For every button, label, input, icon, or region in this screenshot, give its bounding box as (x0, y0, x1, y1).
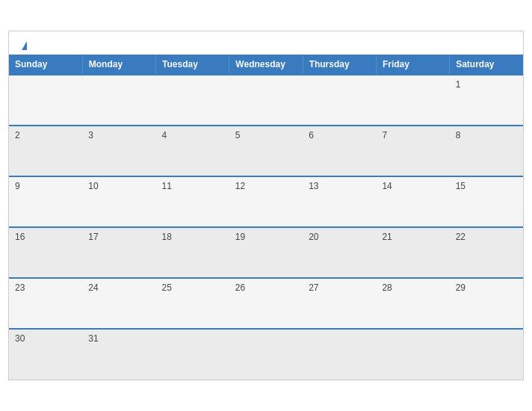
calendar-day-cell: 14 (376, 176, 449, 227)
calendar-day-cell: 16 (9, 227, 82, 278)
calendar-day-cell: 24 (82, 278, 155, 329)
day-number: 28 (382, 282, 392, 293)
day-number: 8 (456, 130, 461, 140)
day-header-sunday: Sunday (9, 55, 82, 75)
day-header-saturday: Saturday (450, 55, 523, 75)
day-number: 30 (15, 333, 25, 344)
calendar-day-cell: 19 (229, 227, 303, 278)
calendar-day-cell: 5 (229, 126, 303, 176)
day-header-wednesday: Wednesday (229, 55, 303, 75)
day-header-friday: Friday (376, 55, 449, 75)
calendar-day-cell (156, 329, 229, 380)
calendar-container: SundayMondayTuesdayWednesdayThursdayFrid… (8, 31, 524, 380)
day-number: 5 (235, 130, 241, 140)
calendar-day-cell: 11 (156, 176, 229, 227)
day-number: 24 (88, 282, 98, 293)
calendar-week-row: 23242526272829 (9, 278, 523, 329)
calendar-day-cell (82, 75, 155, 126)
day-number: 29 (456, 282, 466, 293)
day-number: 31 (88, 333, 98, 344)
calendar-day-cell: 6 (303, 126, 376, 176)
calendar-day-cell: 17 (82, 227, 155, 278)
day-number: 22 (456, 232, 466, 242)
day-header-monday: Monday (82, 55, 155, 75)
calendar-day-cell: 2 (9, 126, 82, 176)
calendar-day-cell (9, 75, 82, 126)
calendar-day-cell: 30 (9, 329, 82, 380)
day-number: 20 (309, 232, 318, 242)
day-number: 10 (88, 181, 98, 191)
calendar-week-row: 2345678 (9, 126, 523, 176)
day-number: 1 (456, 79, 461, 90)
calendar-week-row: 16171819202122 (9, 227, 523, 278)
day-number: 26 (235, 282, 245, 293)
day-number: 2 (15, 130, 20, 140)
calendar-day-cell (229, 75, 303, 126)
day-number: 9 (15, 181, 20, 191)
day-number: 11 (162, 181, 172, 191)
calendar-day-cell (376, 329, 449, 380)
logo (20, 39, 27, 51)
calendar-day-cell: 23 (9, 278, 82, 329)
calendar-day-cell (156, 75, 229, 126)
calendar-day-cell: 29 (450, 278, 523, 329)
calendar-week-row: 1 (9, 75, 523, 126)
calendar-day-cell: 8 (450, 126, 523, 176)
day-number: 16 (15, 232, 25, 242)
day-number: 14 (382, 181, 392, 191)
day-number: 17 (88, 232, 98, 242)
day-number: 7 (382, 130, 387, 140)
calendar-week-row: 3031 (9, 329, 523, 380)
day-number: 6 (309, 130, 314, 140)
day-number: 27 (309, 282, 318, 293)
calendar-grid: SundayMondayTuesdayWednesdayThursdayFrid… (9, 55, 523, 380)
day-number: 18 (162, 232, 172, 242)
calendar-header (9, 31, 523, 55)
logo-triangle-icon (22, 41, 27, 50)
calendar-day-cell: 4 (156, 126, 229, 176)
calendar-day-cell: 21 (376, 227, 449, 278)
calendar-day-cell (376, 75, 449, 126)
day-number: 25 (162, 282, 172, 293)
day-number: 12 (235, 181, 245, 191)
calendar-day-cell: 3 (82, 126, 155, 176)
day-number: 4 (162, 130, 167, 140)
calendar-day-cell: 25 (156, 278, 229, 329)
day-number: 19 (235, 232, 245, 242)
calendar-day-cell: 22 (450, 227, 523, 278)
calendar-day-cell (450, 329, 523, 380)
day-number: 15 (456, 181, 466, 191)
day-number: 13 (309, 181, 318, 191)
day-header-tuesday: Tuesday (156, 55, 229, 75)
calendar-day-cell: 12 (229, 176, 303, 227)
day-number: 21 (382, 232, 392, 242)
calendar-day-cell (303, 75, 376, 126)
day-header-thursday: Thursday (303, 55, 376, 75)
calendar-day-cell: 31 (82, 329, 155, 380)
calendar-day-cell: 1 (450, 75, 523, 126)
calendar-day-cell: 15 (450, 176, 523, 227)
calendar-day-cell: 7 (376, 126, 449, 176)
calendar-day-cell: 13 (303, 176, 376, 227)
calendar-day-cell (303, 329, 376, 380)
calendar-day-cell: 18 (156, 227, 229, 278)
day-number: 23 (15, 282, 25, 293)
logo-blue-text (20, 39, 27, 51)
calendar-day-cell: 10 (82, 176, 155, 227)
calendar-body: 1234567891011121314151617181920212223242… (9, 75, 523, 380)
calendar-day-cell: 27 (303, 278, 376, 329)
day-number: 3 (88, 130, 93, 140)
calendar-week-row: 9101112131415 (9, 176, 523, 227)
calendar-day-cell: 28 (376, 278, 449, 329)
calendar-day-cell: 20 (303, 227, 376, 278)
calendar-header-row: SundayMondayTuesdayWednesdayThursdayFrid… (9, 55, 523, 75)
calendar-day-cell (229, 329, 303, 380)
calendar-day-cell: 9 (9, 176, 82, 227)
calendar-day-cell: 26 (229, 278, 303, 329)
